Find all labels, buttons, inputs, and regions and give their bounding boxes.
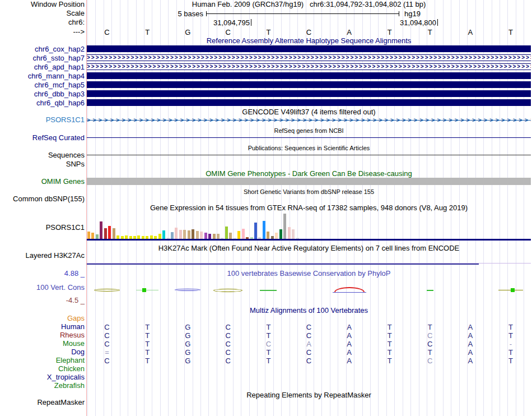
omim-track-title: OMIM Gene Phenotypes - Dark Green Can Be… xyxy=(87,170,531,178)
conservation-label[interactable]: 100 Vert. Cons xyxy=(0,284,85,292)
multiz-base: A xyxy=(345,340,354,348)
haplotype-bar[interactable] xyxy=(87,72,531,79)
reference-base: T xyxy=(385,28,394,36)
gtex-bar xyxy=(179,230,182,239)
conservation-dash xyxy=(260,290,277,291)
multiz-base: T xyxy=(506,331,515,340)
conservation-max-label: 4.88 _ xyxy=(0,270,85,278)
conservation-line xyxy=(136,290,158,290)
haplotype-chevron-bar[interactable]: >>>>>>>>>>>>>>>>>>>>>>>>>>>>>>>>>>>>>>>>… xyxy=(87,63,531,70)
multiz-base: T xyxy=(143,348,152,357)
gencode-gene-label[interactable]: PSORS1C1 xyxy=(0,116,85,124)
assembly-title: Human Feb. 2009 (GRCh37/hg19) xyxy=(192,0,304,8)
position-range: chr6:31,094,792-31,094,802 (11 bp) xyxy=(310,0,426,8)
gtex-bar xyxy=(267,232,269,239)
gtex-bar xyxy=(213,234,216,239)
multiz-base: T xyxy=(143,323,152,331)
gtex-bar xyxy=(208,234,211,239)
multiz-species-label[interactable]: Elephant xyxy=(0,357,85,364)
haplotype-chevron-bar[interactable]: >>>>>>>>>>>>>>>>>>>>>>>>>>>>>>>>>>>>>>>>… xyxy=(87,54,531,61)
multiz-base: T xyxy=(143,331,152,340)
multiz-base: T xyxy=(506,323,515,331)
multiz-base: G xyxy=(183,357,192,365)
sequences-label[interactable]: Sequences xyxy=(0,151,85,159)
h3k27ac-track-title: H3K27Ac Mark (Often Found Near Active Re… xyxy=(87,244,531,252)
haplotype-label[interactable]: chr6_apd_hap1 xyxy=(0,63,85,71)
reference-base: G xyxy=(183,28,192,36)
haplotype-label[interactable]: chr6_qbl_hap6 xyxy=(0,99,85,107)
multiz-base: T xyxy=(385,323,394,331)
multiz-base: C xyxy=(426,340,435,348)
multiz-species-label[interactable]: Gaps xyxy=(0,315,85,322)
layered-h3k27ac-label[interactable]: Layered H3K27Ac xyxy=(0,252,85,260)
multiz-base: C xyxy=(102,331,111,340)
haplotype-label[interactable]: chr6_cox_hap2 xyxy=(0,45,85,53)
multiz-base: C xyxy=(223,323,232,331)
haplotype-bar[interactable] xyxy=(87,90,531,97)
haplotype-bar[interactable] xyxy=(87,81,531,88)
haplotype-label[interactable]: chr6_ssto_hap7 xyxy=(0,54,85,62)
coordinate-tick-left xyxy=(251,19,251,26)
repeatmasker-track-title: Repeating Elements by RepeatMasker xyxy=(87,391,531,399)
multiz-base: C xyxy=(223,331,232,340)
gtex-bar xyxy=(288,227,291,239)
scale-value: 5 bases xyxy=(143,10,203,18)
multiz-base: C xyxy=(223,348,232,357)
chrom-label: chr6: xyxy=(0,19,85,26)
multiz-species-label[interactable]: Human xyxy=(0,323,85,331)
gtex-bar xyxy=(100,221,102,239)
refseq-track-line xyxy=(87,137,531,138)
conservation-dash xyxy=(427,290,433,291)
multiz-base: T xyxy=(143,357,152,365)
gtex-bar xyxy=(279,229,282,239)
reference-base: T xyxy=(426,28,435,36)
reference-base: A xyxy=(345,28,354,36)
refseq-curated-label[interactable]: RefSeq Curated xyxy=(0,134,85,142)
common-dbsnp-label[interactable]: Common dbSNP(155) xyxy=(0,195,85,203)
gtex-bar xyxy=(225,227,228,239)
multiz-base: T xyxy=(385,340,394,348)
multiz-species-label[interactable]: Mouse xyxy=(0,340,85,348)
genome-build-label: hg19 xyxy=(404,10,421,18)
strand-direction-label: ---> xyxy=(0,28,85,36)
gencode-gene-intron-arrows[interactable]: >>>>>>>>>>>>>>>>>>>>>>>>>>>>>>>>>>>>>>>>… xyxy=(87,117,531,124)
multiz-base: T xyxy=(506,357,515,365)
haplotype-label[interactable]: chr6_mann_hap4 xyxy=(0,72,85,80)
multiz-species-label[interactable]: Rhesus xyxy=(0,331,85,339)
snps-label[interactable]: SNPs xyxy=(0,160,85,168)
haplotype-label[interactable]: chr6_dbb_hap3 xyxy=(0,90,85,98)
multiz-species-label[interactable]: Dog xyxy=(0,348,85,356)
multiz-base: C xyxy=(305,357,314,365)
conservation-peak-square xyxy=(511,288,515,292)
gtex-bar xyxy=(263,221,265,239)
multiz-base: A xyxy=(345,331,354,340)
multiz-species-label[interactable]: Zebrafish xyxy=(0,382,85,390)
multiz-base: G xyxy=(183,323,192,331)
refseq-track-title: RefSeq genes from NCBI xyxy=(87,127,531,135)
gtex-gene-label[interactable]: PSORS1C1 xyxy=(0,224,85,232)
repeatmasker-label[interactable]: RepeatMasker xyxy=(0,399,85,406)
multiz-base: A xyxy=(466,340,475,348)
multiz-base: C xyxy=(102,340,111,348)
multiz-species-label[interactable]: Chicken xyxy=(0,365,85,373)
conservation-track-title: 100 vertebrates Basewise Conservation by… xyxy=(87,270,531,278)
multiz-base: G xyxy=(183,348,192,357)
dbsnp-track-title: Short Genetic Variants from dbSNP releas… xyxy=(87,188,531,196)
gtex-bar xyxy=(91,233,94,239)
omim-gene-bar[interactable] xyxy=(87,178,531,185)
multiz-base: A xyxy=(305,340,314,348)
multiz-species-label[interactable]: X_tropicalis xyxy=(0,373,85,381)
haplotype-label[interactable]: chr6_mcf_hap5 xyxy=(0,81,85,89)
gtex-bar xyxy=(175,228,178,239)
gtex-bar xyxy=(96,234,99,239)
coordinate-tick-right xyxy=(437,19,438,26)
multiz-base: C xyxy=(102,323,111,331)
omim-genes-label[interactable]: OMIM Genes xyxy=(0,178,85,186)
haplotype-bar[interactable] xyxy=(87,45,531,52)
gtex-bar xyxy=(229,233,232,239)
gtex-bar xyxy=(104,228,107,239)
multiz-base: C xyxy=(305,331,314,340)
haplotype-bar[interactable] xyxy=(87,99,531,106)
gtex-bar xyxy=(192,229,194,239)
scale-label: Scale xyxy=(0,10,85,17)
